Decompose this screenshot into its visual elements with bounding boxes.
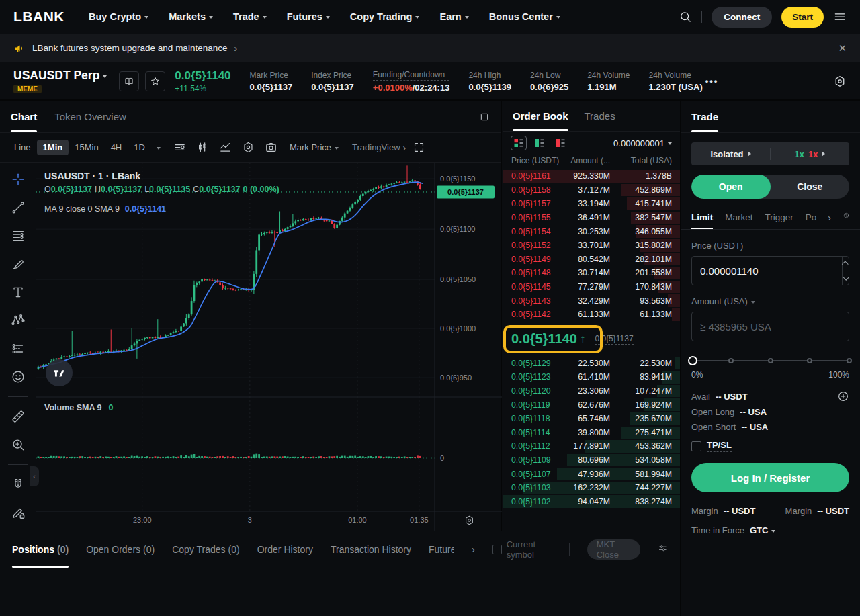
tab-open-orders[interactable]: Open Orders(0) bbox=[86, 531, 155, 568]
precision-select[interactable]: 0.000000001 bbox=[613, 138, 672, 148]
indicators-icon[interactable] bbox=[170, 138, 190, 157]
bid-row[interactable]: 0.0{5}111439.800M275.471M bbox=[503, 426, 680, 440]
tab-trades[interactable]: Trades bbox=[585, 101, 615, 131]
depth-both-icon[interactable] bbox=[511, 136, 526, 150]
interval-more-icon[interactable] bbox=[157, 147, 161, 150]
lbank-logo[interactable]: LBANK bbox=[13, 9, 64, 25]
tab-order-history[interactable]: Order History bbox=[257, 531, 313, 568]
announcement-text[interactable]: LBank futures system upgrade and mainten… bbox=[32, 43, 227, 53]
favorite-star-icon[interactable] bbox=[145, 71, 165, 91]
amount-slider[interactable] bbox=[691, 356, 849, 365]
index-price-link[interactable]: 0.0{5}1137 bbox=[595, 334, 633, 345]
crosshair-icon[interactable] bbox=[8, 169, 28, 189]
price-chart[interactable]: 0.0{5}11500.0{5}11000.0{5}10500.0{5}1000… bbox=[36, 163, 502, 531]
slider-handle[interactable] bbox=[688, 356, 697, 365]
token-info-icon[interactable] bbox=[119, 71, 139, 91]
interval-4h[interactable]: 4H bbox=[105, 140, 128, 155]
close-tab[interactable]: Close bbox=[771, 175, 850, 199]
snapshot-camera-icon[interactable] bbox=[261, 138, 282, 157]
nav-item-markets[interactable]: Markets bbox=[169, 11, 213, 22]
fib-retracement-icon[interactable] bbox=[8, 226, 28, 246]
nav-item-bonus-center[interactable]: Bonus Center bbox=[489, 11, 560, 22]
bid-row[interactable]: 0.0{5}111865.746M235.670M bbox=[503, 412, 680, 426]
bid-row[interactable]: 0.0{5}110980.696M534.058M bbox=[503, 453, 680, 468]
collapse-toolbar-handle[interactable]: ‹ bbox=[30, 466, 39, 486]
slider-stop-50[interactable] bbox=[768, 358, 773, 363]
tab-order-book[interactable]: Order Book bbox=[513, 101, 568, 131]
interval-15min[interactable]: 15Min bbox=[69, 140, 104, 155]
tab-trade[interactable]: Trade bbox=[691, 101, 718, 132]
more-order-types-icon[interactable]: › bbox=[828, 213, 831, 222]
menu-icon[interactable] bbox=[833, 10, 847, 24]
mkt-close-button[interactable]: MKT Close bbox=[587, 539, 641, 560]
text-tool-icon[interactable] bbox=[8, 282, 28, 302]
tab-post-only[interactable]: Post bbox=[806, 206, 816, 229]
tab-market[interactable]: Market bbox=[725, 206, 752, 229]
tab-futures[interactable]: Futures bbox=[429, 531, 454, 568]
axis-settings-icon[interactable] bbox=[464, 515, 475, 526]
leverage-select[interactable]: 1x 1x bbox=[771, 149, 849, 159]
time-in-force-row[interactable]: Time in Force GTC bbox=[691, 525, 849, 535]
price-increase-button[interactable] bbox=[843, 257, 849, 271]
tradingview-label[interactable]: TradingView bbox=[352, 142, 400, 152]
tab-trigger[interactable]: Trigger bbox=[765, 206, 793, 229]
nav-item-futures[interactable]: Futures bbox=[287, 11, 330, 22]
chevron-right-icon[interactable]: › bbox=[403, 143, 406, 152]
magnet-icon[interactable] bbox=[8, 474, 28, 494]
amount-field-label[interactable]: Amount (USA) bbox=[691, 296, 849, 306]
current-symbol-checkbox[interactable] bbox=[492, 545, 502, 554]
nav-item-earn[interactable]: Earn bbox=[439, 11, 468, 22]
interval-1d[interactable]: 1D bbox=[128, 140, 151, 155]
trend-line-icon[interactable] bbox=[8, 197, 28, 218]
tab-copy-trades[interactable]: Copy Trades(0) bbox=[172, 531, 240, 568]
bid-row[interactable]: 0.0{5}1112177.891M453.362M bbox=[503, 439, 680, 453]
settings-gear-icon[interactable] bbox=[833, 75, 847, 88]
bid-row[interactable]: 0.0{5}110294.047M838.274M bbox=[503, 494, 680, 509]
ask-row[interactable]: 0.0{5}114980.542M282.101M bbox=[503, 253, 680, 267]
ask-row[interactable]: 0.0{5}115733.194M415.741M bbox=[503, 197, 680, 211]
open-tab[interactable]: Open bbox=[691, 175, 771, 199]
price-input[interactable] bbox=[692, 257, 842, 285]
slider-stop-75[interactable] bbox=[807, 358, 812, 363]
bid-row[interactable]: 0.0{5}112922.530M22.530M bbox=[503, 357, 680, 371]
ask-row[interactable]: 0.0{5}114261.133M61.133M bbox=[503, 308, 680, 322]
mid-price-row[interactable]: 0.0{5}1140 ↑ 0.0{5}1137 bbox=[503, 322, 680, 356]
depth-bids-icon[interactable] bbox=[532, 136, 547, 150]
margin-mode-select[interactable]: Isolated bbox=[691, 149, 770, 159]
xabcd-pattern-icon[interactable] bbox=[8, 310, 28, 331]
candle-style-icon[interactable] bbox=[193, 138, 213, 157]
mid-price[interactable]: 0.0{5}1140 bbox=[511, 331, 577, 347]
search-icon[interactable] bbox=[679, 10, 692, 24]
bid-row[interactable]: 0.0{5}1103162.232M744.227M bbox=[503, 481, 680, 495]
ask-row[interactable]: 0.0{5}114332.429M93.563M bbox=[503, 294, 680, 308]
forecast-icon[interactable] bbox=[8, 339, 28, 359]
nav-item-trade[interactable]: Trade bbox=[233, 11, 267, 22]
current-symbol-filter[interactable]: Current symbol bbox=[492, 539, 552, 560]
ask-row[interactable]: 0.0{5}115233.701M315.802M bbox=[503, 238, 680, 253]
interval-1min[interactable]: 1Min bbox=[37, 140, 69, 155]
tab-limit[interactable]: Limit bbox=[691, 206, 713, 229]
amount-input[interactable] bbox=[692, 312, 849, 341]
table-settings-icon[interactable] bbox=[658, 543, 668, 556]
bid-row[interactable]: 0.0{5}112361.410M83.941M bbox=[503, 370, 680, 384]
ruler-icon[interactable] bbox=[8, 406, 28, 427]
tab-chart[interactable]: Chart bbox=[11, 101, 37, 132]
bid-row[interactable]: 0.0{5}112023.306M107.247M bbox=[503, 384, 680, 398]
brush-icon[interactable] bbox=[8, 254, 28, 274]
symbol-selector[interactable]: USAUSDT Perp bbox=[13, 69, 107, 83]
depth-asks-icon[interactable] bbox=[553, 136, 568, 150]
deposit-plus-icon[interactable] bbox=[837, 390, 849, 402]
tab-positions[interactable]: Positions(0) bbox=[12, 531, 69, 568]
draw-lock-icon[interactable] bbox=[8, 502, 28, 523]
ask-row[interactable]: 0.0{5}114577.279M170.843M bbox=[503, 280, 680, 294]
fullscreen-icon[interactable] bbox=[408, 138, 429, 157]
slider-stop-25[interactable] bbox=[728, 358, 734, 363]
tpsl-label[interactable]: TP/SL bbox=[707, 440, 732, 452]
more-tabs-icon[interactable]: › bbox=[472, 545, 475, 554]
ask-row[interactable]: 0.0{5}115837.127M452.869M bbox=[503, 183, 680, 197]
interval-line[interactable]: Line bbox=[8, 140, 37, 155]
compare-icon[interactable] bbox=[216, 138, 236, 157]
bid-row[interactable]: 0.0{5}110747.936M581.994M bbox=[503, 467, 680, 481]
emoji-icon[interactable] bbox=[8, 367, 28, 387]
expand-chart-icon[interactable] bbox=[479, 112, 490, 122]
